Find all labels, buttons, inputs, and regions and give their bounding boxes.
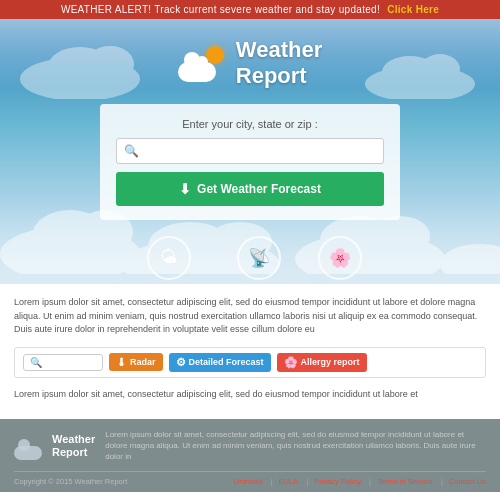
city-search-input[interactable] [116, 138, 384, 164]
allergy-button[interactable]: 🌸 Allergy report [277, 353, 367, 372]
allergy-label: Allergy report [301, 357, 360, 367]
feature-allergy-report[interactable]: 🌸 Allergy report [313, 236, 367, 284]
hero-title: Weather Report [236, 37, 322, 90]
feature-detailed-forecast[interactable]: 🌤 Detailed Forecast [134, 236, 205, 284]
content-text-1: Lorem ipsum dolor sit amet, consectetur … [14, 296, 486, 337]
footer-bottom: Copyright © 2015 Weather Report Uninstal… [14, 471, 486, 486]
mini-search-input[interactable] [45, 357, 95, 367]
radar-button[interactable]: 🌡 Radar [109, 353, 163, 371]
alert-text: WEATHER ALERT! Track current severe weat… [61, 4, 380, 15]
content-text-2: Lorem ipsum dolor sit amet, consectetur … [14, 388, 486, 402]
footer-cloud-icon [14, 446, 42, 460]
alert-link[interactable]: Click Here [387, 4, 439, 15]
radar-icon: 🌡 [116, 356, 127, 368]
footer-copyright: Copyright © 2015 Weather Report [14, 477, 127, 486]
search-box: Enter your city, state or zip : 🔍 ⬇ Get … [100, 104, 400, 220]
mini-toolbar: 🔍 🌡 Radar ⚙ Detailed Forecast 🌸 Allergy … [14, 347, 486, 378]
hero-logo-icon [178, 44, 226, 82]
hero-section: Weather Report Enter your city, state or… [0, 19, 500, 284]
forecast-label: Detailed Forecast [189, 357, 264, 367]
search-label: Enter your city, state or zip : [116, 118, 384, 130]
allergy-report-icon: 🌸 [318, 236, 362, 280]
get-forecast-button[interactable]: ⬇ Get Weather Forecast [116, 172, 384, 206]
footer-link-tos[interactable]: Terms of Service [377, 477, 443, 486]
footer-link-privacy[interactable]: Privacy Policy [314, 477, 371, 486]
feature-weather-radar[interactable]: 📡 Weather Radar [228, 236, 289, 284]
footer-link-eula[interactable]: EULA [279, 477, 309, 486]
features-row: 🌤 Detailed Forecast 📡 Weather Radar 🌸 Al… [0, 236, 500, 284]
footer-links: Uninstall EULA Privacy Policy Terms of S… [234, 477, 486, 486]
footer-logo-name: Weather Report [52, 433, 95, 459]
allergy-icon: 🌸 [284, 356, 298, 369]
search-input-wrap: 🔍 [116, 138, 384, 164]
footer-link-uninstall[interactable]: Uninstall [234, 477, 273, 486]
mini-search-wrap: 🔍 [23, 354, 103, 371]
footer-text: Lorem ipsum dolor sit amet, consectetur … [105, 429, 486, 463]
detailed-forecast-icon: 🌤 [147, 236, 191, 280]
footer-logo-icon [14, 432, 46, 460]
detailed-forecast-button[interactable]: ⚙ Detailed Forecast [169, 353, 271, 372]
cloud-icon [178, 62, 216, 82]
footer-logo: Weather Report [14, 429, 95, 463]
hero-header: Weather Report [0, 19, 500, 90]
mini-search-icon: 🔍 [30, 357, 42, 368]
get-forecast-label: Get Weather Forecast [197, 182, 321, 196]
download-icon: ⬇ [179, 181, 191, 197]
content-section: Lorem ipsum dolor sit amet, consectetur … [0, 284, 500, 419]
search-icon: 🔍 [124, 144, 139, 158]
footer-link-contact[interactable]: Contact Us [449, 477, 486, 486]
radar-label: Radar [130, 357, 156, 367]
weather-radar-icon: 📡 [237, 236, 281, 280]
footer-top: Weather Report Lorem ipsum dolor sit ame… [14, 429, 486, 463]
footer: Weather Report Lorem ipsum dolor sit ame… [0, 419, 500, 492]
alert-bar: WEATHER ALERT! Track current severe weat… [0, 0, 500, 19]
forecast-icon: ⚙ [176, 356, 186, 369]
